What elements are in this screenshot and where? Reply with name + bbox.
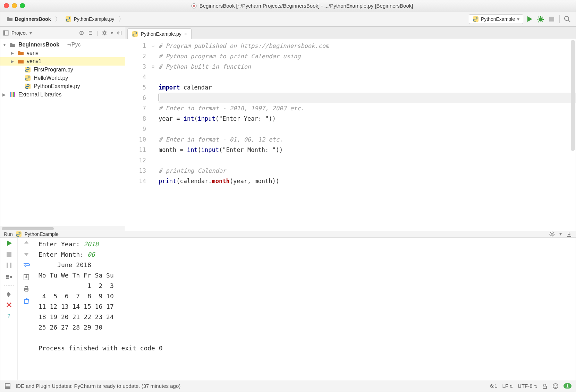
folder-icon [9, 42, 16, 48]
code-editor[interactable]: 1234567891011121314 ⊟⊟ # Program publish… [125, 39, 576, 231]
hide-panel-icon[interactable] [117, 30, 122, 36]
inspector-icon[interactable] [552, 383, 559, 389]
status-bar: IDE and Plugin Updates: PyCharm is ready… [0, 380, 576, 392]
titlebar: BeginnersBook [~/PycharmProjects/Beginne… [0, 0, 576, 11]
svg-point-21 [551, 233, 553, 235]
stop-button[interactable] [547, 14, 557, 24]
code-line-1[interactable]: # Program published on https://beginners… [159, 41, 576, 51]
project-tree[interactable]: ▼ BeginnersBook ~/Pyc ▶ venv ▶ venv1 [0, 39, 125, 100]
run-mid-toolbar [18, 238, 35, 380]
code-line-8[interactable]: year = int(input("Enter Year: ")) [159, 113, 576, 124]
code-line-13[interactable]: # printing Calendar [159, 165, 576, 176]
code-line-9[interactable] [159, 124, 576, 134]
output-text: Enter Year: 2018 Enter Month: 06 June 20… [39, 239, 572, 353]
python-file-icon [25, 83, 31, 90]
debug-button[interactable] [536, 14, 545, 24]
maximize-window-button[interactable] [20, 3, 25, 8]
soft-wrap-icon[interactable] [23, 262, 30, 269]
pause-button[interactable] [6, 262, 12, 269]
settings-gear-icon[interactable] [102, 30, 107, 36]
code-line-3[interactable]: # Python built-in function [159, 61, 576, 72]
search-everywhere-button[interactable] [562, 14, 572, 24]
collapse-all-icon[interactable] [88, 30, 93, 36]
print-icon[interactable] [23, 286, 30, 292]
tree-file-helloworld[interactable]: HelloWorld.py [0, 74, 125, 82]
rerun-button[interactable] [6, 240, 12, 247]
svg-rect-16 [11, 92, 12, 97]
code-line-4[interactable] [159, 72, 576, 82]
svg-rect-17 [13, 92, 14, 97]
tree-folder-venv[interactable]: ▶ venv [0, 49, 125, 57]
svg-rect-34 [5, 386, 10, 389]
dump-threads-icon[interactable] [6, 274, 12, 281]
close-tab-icon[interactable]: × [184, 31, 187, 37]
code-line-14[interactable]: print(calendar.month(year, month)) [159, 176, 576, 186]
tree-folder-venv1[interactable]: ▶ venv1 [0, 57, 125, 66]
python-file-icon [65, 16, 71, 22]
code-line-2[interactable]: # Python program to print Calendar using [159, 51, 576, 61]
help-icon[interactable]: ? [6, 313, 12, 319]
code-line-11[interactable]: month = int(input("Enter Month: ")) [159, 145, 576, 155]
external-libraries-node[interactable]: ▶ External Libraries [0, 91, 125, 99]
navigation-bar: BeginnersBook 〉 PythonExample.py 〉 Pytho… [0, 11, 576, 27]
down-arrow-icon[interactable] [23, 251, 29, 257]
code-line-7[interactable]: # Enter in format - 2018, 1997, 2003 etc… [159, 103, 576, 113]
editor-v-scrollbar[interactable] [571, 40, 575, 151]
close-icon[interactable] [6, 302, 12, 308]
pin-icon[interactable] [6, 291, 12, 297]
svg-rect-18 [14, 92, 15, 97]
python-file-icon [25, 75, 31, 81]
run-output[interactable]: Enter Year: 2018 Enter Month: 06 June 20… [35, 238, 576, 380]
code-line-10[interactable]: # Enter in format - 01, 06, 12 etc. [159, 134, 576, 145]
caret-position[interactable]: 6:1 [490, 383, 498, 389]
svg-point-38 [556, 385, 557, 386]
settings-gear-icon[interactable] [549, 231, 555, 237]
project-label[interactable]: Project [11, 30, 27, 36]
breadcrumb-file[interactable]: PythonExample.py [62, 15, 117, 24]
run-left-toolbar: ? [0, 238, 18, 380]
editor-tab-pythonexample[interactable]: PythonExample.py × [127, 28, 192, 39]
svg-rect-26 [6, 278, 9, 279]
svg-rect-25 [6, 275, 9, 277]
svg-rect-15 [10, 92, 11, 97]
line-separator[interactable]: LF ⇅ [502, 383, 513, 389]
code-line-12[interactable] [159, 155, 576, 165]
libraries-icon [9, 92, 16, 98]
download-icon[interactable] [566, 231, 572, 237]
pycharm-icon [191, 3, 197, 9]
breadcrumb-root[interactable]: BeginnersBook [4, 15, 53, 24]
tree-file-firstprogram[interactable]: FirstProgram.py [0, 66, 125, 74]
file-encoding[interactable]: UTF-8 ⇅ [518, 383, 537, 389]
svg-text:?: ? [7, 313, 10, 319]
svg-rect-8 [3, 31, 5, 35]
python-file-icon [132, 31, 138, 37]
tool-window-icon[interactable] [5, 383, 11, 389]
code-line-5[interactable]: import calendar [159, 82, 576, 93]
close-window-button[interactable] [4, 3, 9, 8]
scroll-from-source-icon[interactable] [79, 30, 84, 36]
tree-file-pythonexample[interactable]: PythonExample.py [0, 82, 125, 91]
minimize-window-button[interactable] [12, 3, 17, 8]
code-line-6[interactable] [159, 93, 576, 103]
svg-point-36 [553, 384, 558, 389]
run-tab-label[interactable]: Run [4, 231, 13, 237]
python-file-icon [16, 231, 22, 237]
lock-icon[interactable] [542, 383, 548, 389]
folder-icon [18, 58, 24, 65]
window-title: BeginnersBook [~/PycharmProjects/Beginne… [32, 3, 572, 9]
python-file-icon [25, 67, 31, 73]
window-controls [4, 3, 25, 8]
event-badge[interactable]: 1 [564, 383, 571, 389]
up-arrow-icon[interactable] [23, 240, 29, 246]
run-button[interactable] [525, 14, 534, 24]
run-panel: Run PythonExample ▾ ? [0, 231, 576, 380]
stop-button[interactable] [6, 252, 12, 257]
run-config-selector[interactable]: PythonExample ▾ [469, 14, 523, 24]
fold-column[interactable]: ⊟⊟ [150, 39, 156, 231]
sidebar-h-scrollbar[interactable] [0, 226, 125, 231]
trash-icon[interactable] [23, 297, 30, 304]
project-root-node[interactable]: ▼ BeginnersBook ~/Pyc [0, 41, 125, 49]
chevron-down-icon: ▾ [29, 30, 32, 36]
svg-rect-35 [543, 386, 547, 389]
scroll-to-end-icon[interactable] [23, 274, 30, 281]
